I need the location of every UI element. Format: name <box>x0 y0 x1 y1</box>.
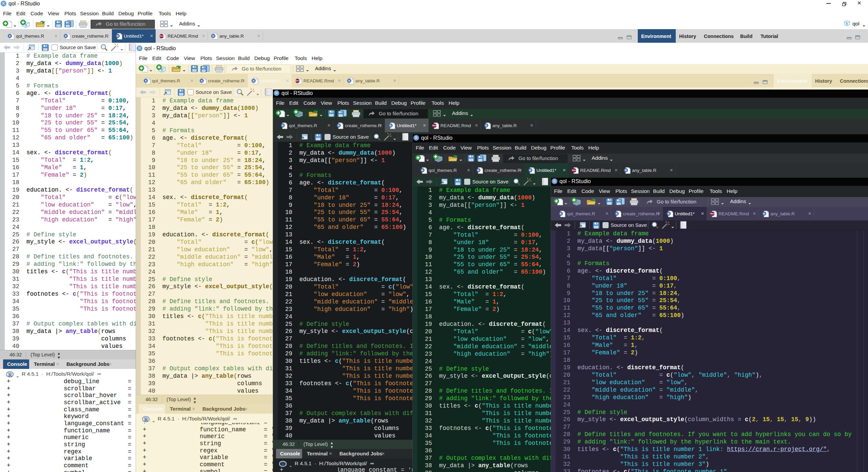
svg-text:R: R <box>144 417 148 422</box>
svg-text:R: R <box>846 22 848 25</box>
svg-text:R: R <box>161 68 163 72</box>
svg-text:R: R <box>8 372 12 378</box>
svg-text:R: R <box>576 201 578 204</box>
svg-text:R: R <box>25 23 27 27</box>
svg-text:R: R <box>281 461 285 467</box>
svg-text:R: R <box>438 158 440 161</box>
svg-text:R: R <box>298 113 300 116</box>
